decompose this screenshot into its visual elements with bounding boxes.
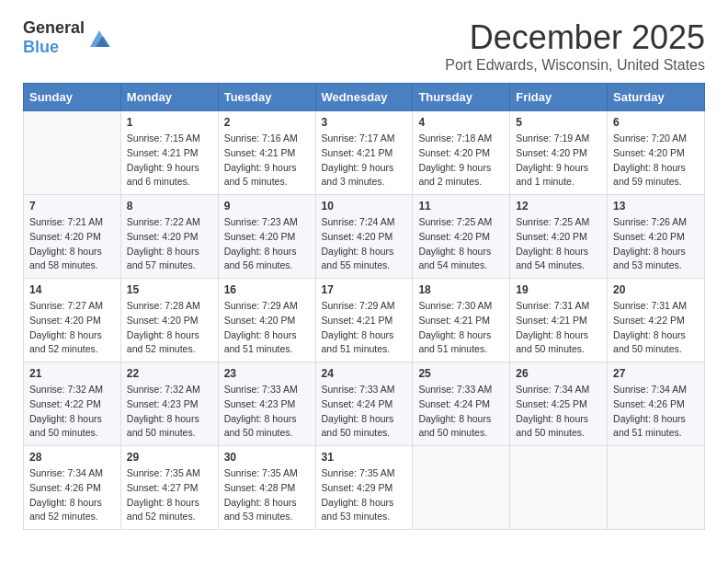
calendar-row: 28Sunrise: 7:34 AMSunset: 4:26 PMDayligh…: [24, 446, 705, 530]
day-info: Sunrise: 7:26 AMSunset: 4:20 PMDaylight:…: [613, 215, 699, 273]
calendar-cell: [510, 446, 608, 530]
calendar-cell: 5Sunrise: 7:19 AMSunset: 4:20 PMDaylight…: [510, 111, 608, 195]
logo-general: General: [23, 18, 85, 37]
calendar-cell: 14Sunrise: 7:27 AMSunset: 4:20 PMDayligh…: [24, 279, 121, 362]
day-info: Sunrise: 7:24 AMSunset: 4:20 PMDaylight:…: [322, 215, 407, 273]
day-info: Sunrise: 7:35 AMSunset: 4:27 PMDaylight:…: [127, 466, 212, 524]
day-number: 14: [29, 283, 115, 296]
calendar-cell: 23Sunrise: 7:33 AMSunset: 4:23 PMDayligh…: [218, 362, 315, 446]
calendar-table: SundayMondayTuesdayWednesdayThursdayFrid…: [23, 83, 705, 530]
day-number: 13: [613, 200, 699, 213]
day-number: 27: [613, 367, 699, 380]
day-number: 30: [224, 451, 310, 464]
day-number: 15: [127, 283, 212, 296]
day-info: Sunrise: 7:34 AMSunset: 4:26 PMDaylight:…: [613, 383, 699, 441]
weekday-header: Sunday: [24, 84, 121, 111]
weekday-header: Friday: [510, 84, 608, 111]
calendar-cell: 26Sunrise: 7:34 AMSunset: 4:25 PMDayligh…: [510, 362, 608, 446]
calendar-cell: 7Sunrise: 7:21 AMSunset: 4:20 PMDaylight…: [24, 195, 121, 279]
day-info: Sunrise: 7:25 AMSunset: 4:20 PMDaylight:…: [516, 215, 601, 273]
day-info: Sunrise: 7:33 AMSunset: 4:24 PMDaylight:…: [418, 383, 504, 441]
calendar-cell: 3Sunrise: 7:17 AMSunset: 4:21 PMDaylight…: [315, 111, 413, 195]
main-title: December 2025: [445, 18, 705, 57]
day-info: Sunrise: 7:34 AMSunset: 4:25 PMDaylight:…: [516, 383, 601, 441]
day-info: Sunrise: 7:28 AMSunset: 4:20 PMDaylight:…: [127, 299, 212, 357]
logo: General Blue: [23, 18, 112, 57]
calendar-row: 14Sunrise: 7:27 AMSunset: 4:20 PMDayligh…: [24, 279, 705, 362]
day-info: Sunrise: 7:35 AMSunset: 4:28 PMDaylight:…: [224, 466, 310, 524]
day-info: Sunrise: 7:33 AMSunset: 4:24 PMDaylight:…: [322, 383, 407, 441]
calendar-cell: 15Sunrise: 7:28 AMSunset: 4:20 PMDayligh…: [120, 279, 218, 362]
weekday-header: Thursday: [413, 84, 510, 111]
day-number: 20: [613, 283, 699, 296]
day-number: 19: [516, 283, 601, 296]
calendar-cell: 11Sunrise: 7:25 AMSunset: 4:20 PMDayligh…: [413, 195, 510, 279]
weekday-header: Saturday: [608, 84, 705, 111]
day-info: Sunrise: 7:17 AMSunset: 4:21 PMDaylight:…: [322, 132, 407, 190]
day-info: Sunrise: 7:31 AMSunset: 4:22 PMDaylight:…: [613, 299, 699, 357]
day-info: Sunrise: 7:15 AMSunset: 4:21 PMDaylight:…: [127, 132, 212, 190]
calendar-row: 7Sunrise: 7:21 AMSunset: 4:20 PMDaylight…: [24, 195, 705, 279]
day-info: Sunrise: 7:21 AMSunset: 4:20 PMDaylight:…: [29, 215, 115, 273]
logo-icon: [86, 25, 112, 51]
calendar-cell: [413, 446, 510, 530]
calendar-cell: 22Sunrise: 7:32 AMSunset: 4:23 PMDayligh…: [120, 362, 218, 446]
day-info: Sunrise: 7:16 AMSunset: 4:21 PMDaylight:…: [224, 132, 310, 190]
page-header: General Blue December 2025 Port Edwards,…: [23, 18, 705, 74]
calendar-row: 1Sunrise: 7:15 AMSunset: 4:21 PMDaylight…: [24, 111, 705, 195]
weekday-header: Monday: [120, 84, 218, 111]
calendar-cell: 10Sunrise: 7:24 AMSunset: 4:20 PMDayligh…: [315, 195, 413, 279]
day-number: 17: [322, 283, 407, 296]
calendar-cell: 1Sunrise: 7:15 AMSunset: 4:21 PMDaylight…: [120, 111, 218, 195]
day-number: 31: [322, 451, 407, 464]
day-info: Sunrise: 7:33 AMSunset: 4:23 PMDaylight:…: [224, 383, 310, 441]
calendar-row: 21Sunrise: 7:32 AMSunset: 4:22 PMDayligh…: [24, 362, 705, 446]
calendar-cell: 8Sunrise: 7:22 AMSunset: 4:20 PMDaylight…: [120, 195, 218, 279]
day-info: Sunrise: 7:32 AMSunset: 4:22 PMDaylight:…: [29, 383, 115, 441]
day-number: 11: [418, 200, 504, 213]
day-number: 3: [322, 116, 407, 129]
day-number: 25: [418, 367, 504, 380]
calendar-cell: 12Sunrise: 7:25 AMSunset: 4:20 PMDayligh…: [510, 195, 608, 279]
day-info: Sunrise: 7:25 AMSunset: 4:20 PMDaylight:…: [418, 215, 504, 273]
day-info: Sunrise: 7:30 AMSunset: 4:21 PMDaylight:…: [418, 299, 504, 357]
day-number: 12: [516, 200, 601, 213]
weekday-header: Wednesday: [315, 84, 413, 111]
day-info: Sunrise: 7:22 AMSunset: 4:20 PMDaylight:…: [127, 215, 212, 273]
logo-blue: Blue: [23, 38, 59, 56]
calendar-cell: 24Sunrise: 7:33 AMSunset: 4:24 PMDayligh…: [315, 362, 413, 446]
day-number: 21: [29, 367, 115, 380]
calendar-cell: 21Sunrise: 7:32 AMSunset: 4:22 PMDayligh…: [24, 362, 121, 446]
day-info: Sunrise: 7:35 AMSunset: 4:29 PMDaylight:…: [322, 466, 407, 524]
day-info: Sunrise: 7:29 AMSunset: 4:20 PMDaylight:…: [224, 299, 310, 357]
day-number: 29: [127, 451, 212, 464]
day-number: 2: [224, 116, 310, 129]
day-number: 7: [29, 200, 115, 213]
calendar-cell: 31Sunrise: 7:35 AMSunset: 4:29 PMDayligh…: [315, 446, 413, 530]
day-info: Sunrise: 7:18 AMSunset: 4:20 PMDaylight:…: [418, 132, 504, 190]
day-info: Sunrise: 7:19 AMSunset: 4:20 PMDaylight:…: [516, 132, 601, 190]
calendar-cell: 17Sunrise: 7:29 AMSunset: 4:21 PMDayligh…: [315, 279, 413, 362]
day-info: Sunrise: 7:31 AMSunset: 4:21 PMDaylight:…: [516, 299, 601, 357]
day-number: 1: [127, 116, 212, 129]
day-info: Sunrise: 7:23 AMSunset: 4:20 PMDaylight:…: [224, 215, 310, 273]
calendar-cell: 20Sunrise: 7:31 AMSunset: 4:22 PMDayligh…: [608, 279, 705, 362]
calendar-cell: 27Sunrise: 7:34 AMSunset: 4:26 PMDayligh…: [608, 362, 705, 446]
day-number: 23: [224, 367, 310, 380]
calendar-cell: 30Sunrise: 7:35 AMSunset: 4:28 PMDayligh…: [218, 446, 315, 530]
day-info: Sunrise: 7:34 AMSunset: 4:26 PMDaylight:…: [29, 466, 115, 524]
logo-text: General Blue: [23, 18, 85, 57]
day-info: Sunrise: 7:29 AMSunset: 4:21 PMDaylight:…: [322, 299, 407, 357]
calendar-cell: 29Sunrise: 7:35 AMSunset: 4:27 PMDayligh…: [120, 446, 218, 530]
day-info: Sunrise: 7:20 AMSunset: 4:20 PMDaylight:…: [613, 132, 699, 190]
calendar-cell: 4Sunrise: 7:18 AMSunset: 4:20 PMDaylight…: [413, 111, 510, 195]
calendar-cell: [608, 446, 705, 530]
weekday-row: SundayMondayTuesdayWednesdayThursdayFrid…: [24, 84, 705, 111]
weekday-header: Tuesday: [218, 84, 315, 111]
calendar-cell: 25Sunrise: 7:33 AMSunset: 4:24 PMDayligh…: [413, 362, 510, 446]
calendar-cell: 6Sunrise: 7:20 AMSunset: 4:20 PMDaylight…: [608, 111, 705, 195]
day-number: 4: [418, 116, 504, 129]
calendar-cell: 28Sunrise: 7:34 AMSunset: 4:26 PMDayligh…: [24, 446, 121, 530]
calendar-cell: 2Sunrise: 7:16 AMSunset: 4:21 PMDaylight…: [218, 111, 315, 195]
day-number: 22: [127, 367, 212, 380]
